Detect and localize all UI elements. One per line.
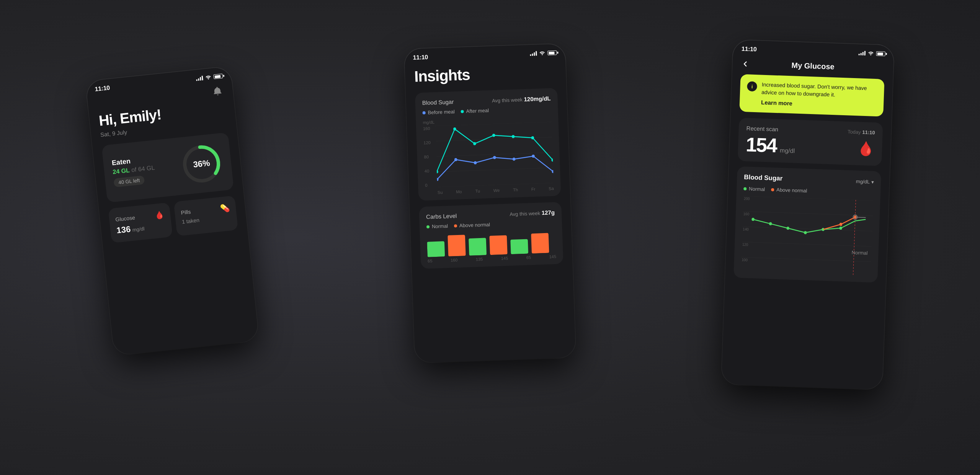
- svg-line-6: [437, 183, 554, 187]
- glucose-chart-area: 200 160 140 120 100: [741, 196, 874, 277]
- carbs-legend-normal: Normal: [426, 223, 448, 229]
- svg-rect-22: [448, 235, 466, 256]
- glucose-chart-card: Blood Sugar mg/dL ▾ Normal Above normal: [733, 166, 881, 282]
- phones-container: 11:10: [69, 27, 911, 448]
- carbs-legend: Normal Above normal: [426, 219, 555, 230]
- svg-rect-26: [531, 233, 549, 253]
- carbs-header: Carbs Level Avg this week 127g: [426, 209, 555, 220]
- circle-progress: 36%: [178, 140, 225, 187]
- blood-sugar-title: Blood Sugar: [422, 98, 454, 106]
- bell-icon[interactable]: [211, 85, 224, 98]
- svg-point-16: [474, 161, 477, 164]
- status-icons-left: [196, 73, 223, 81]
- chevron-down-icon: ▾: [871, 179, 874, 184]
- svg-text:200: 200: [744, 196, 750, 201]
- battery-icon-right: [876, 51, 885, 56]
- chart-header: Blood Sugar Avg this week 120mg/dL: [422, 95, 550, 106]
- chart-svg-area: [435, 122, 554, 187]
- scan-value: 154: [745, 133, 777, 157]
- phone-left: 11:10: [85, 66, 259, 356]
- svg-point-44: [840, 223, 843, 226]
- wifi-icon-left: [205, 74, 211, 80]
- svg-point-19: [532, 154, 535, 157]
- progress-label: 36%: [178, 140, 225, 187]
- carbs-normal-dot: [426, 225, 430, 228]
- blood-drop-icon: 🩸: [154, 210, 165, 220]
- glucose-unit-selector[interactable]: mg/dL ▾: [856, 178, 874, 185]
- signal-bar-1: [196, 79, 197, 81]
- svg-point-12: [531, 136, 534, 139]
- status-bar-center: 11:10: [404, 43, 565, 64]
- wifi-icon-right: [868, 50, 874, 56]
- carbs-title: Carbs Level: [426, 212, 457, 220]
- blood-sugar-avg: Avg this week 120mg/dL: [492, 95, 551, 103]
- scan-value-row: 154 mg/dl 🩸: [745, 134, 875, 159]
- back-button[interactable]: [741, 59, 750, 68]
- eaten-total: of 64 GL: [131, 164, 155, 173]
- svg-line-31: [741, 257, 871, 262]
- signal-bar-c4: [536, 51, 537, 55]
- svg-line-28: [743, 211, 873, 216]
- svg-text:120: 120: [742, 242, 748, 246]
- phone-right: 11:10 My Gl: [721, 39, 894, 389]
- svg-point-11: [512, 135, 515, 138]
- status-time-left: 11:10: [95, 84, 110, 93]
- chart-xaxis: Su Mo Tu We Th Fr Sa: [438, 186, 554, 195]
- chart-yaxis: 160 120 80 40 0: [423, 126, 436, 188]
- legend-after-meal: After meal: [461, 107, 489, 114]
- scan-time: Today 11:10: [848, 129, 875, 135]
- svg-line-30: [742, 242, 872, 246]
- signal-bars-center: [530, 51, 537, 56]
- scan-reading: 154 mg/dl: [745, 134, 795, 156]
- carbs-legend-above: Above normal: [454, 222, 490, 229]
- svg-line-37: [853, 200, 856, 276]
- eaten-info: Eaten 24 GL of 64 GL 40 GL left: [111, 155, 156, 187]
- blood-drop-scan-icon: 🩸: [857, 140, 874, 157]
- battery-fill-left: [214, 75, 220, 78]
- glucose-legend-above: Above normal: [771, 186, 807, 193]
- glucose-chart-header: Blood Sugar mg/dL ▾: [744, 173, 874, 186]
- svg-rect-24: [489, 235, 507, 255]
- svg-point-43: [839, 227, 842, 230]
- svg-point-15: [454, 158, 457, 161]
- glucose-chart-title: Blood Sugar: [744, 173, 783, 183]
- status-time-right: 11:10: [742, 45, 757, 52]
- after-meal-dot: [461, 109, 464, 113]
- scan-label: Recent scan: [746, 125, 778, 132]
- signal-bar-r1: [859, 54, 860, 55]
- signal-bar-3: [200, 77, 201, 80]
- signal-bars-left: [196, 75, 203, 81]
- svg-line-5: [437, 168, 553, 172]
- glucose-card: Glucose 🩸 136 mg/dl: [108, 202, 173, 243]
- carbs-chart-area: [427, 230, 556, 257]
- svg-point-17: [493, 156, 496, 159]
- legend-before-meal: Before meal: [422, 109, 455, 116]
- signal-bar-r4: [864, 51, 866, 55]
- page-title: My Glucose: [791, 61, 835, 71]
- signal-bar-r3: [862, 52, 864, 55]
- glucose-legend: Normal Above normal: [743, 186, 874, 196]
- svg-text:140: 140: [743, 227, 749, 231]
- glucose-normal-dot: [743, 187, 746, 190]
- svg-point-39: [769, 222, 772, 225]
- svg-line-27: [743, 196, 874, 201]
- signal-bar-r2: [861, 53, 862, 55]
- svg-line-29: [742, 227, 872, 231]
- svg-rect-21: [427, 241, 445, 257]
- alert-link[interactable]: Learn more: [761, 98, 877, 110]
- svg-text:100: 100: [742, 257, 748, 262]
- carbs-avg: Avg this week 127g: [510, 209, 555, 217]
- svg-point-41: [804, 231, 807, 234]
- status-icons-right: [859, 50, 885, 56]
- alert-text: Increased blood sugar. Don't worry, we h…: [761, 81, 877, 110]
- eaten-left: 40 GL left: [113, 175, 145, 187]
- battery-icon-left: [213, 73, 223, 79]
- blood-sugar-legend: Before meal After meal: [422, 105, 551, 116]
- svg-text:160: 160: [743, 211, 750, 216]
- scan-card: Recent scan Today 11:10 154 mg/dl 🩸: [738, 118, 883, 166]
- signal-bar-c1: [530, 54, 531, 56]
- blood-sugar-chart-card: Blood Sugar Avg this week 120mg/dL Befor…: [415, 88, 561, 201]
- carbs-above-dot: [454, 224, 457, 227]
- screen-content-center: Insights Blood Sugar Avg this week 120mg…: [405, 62, 573, 269]
- blood-sugar-chart-area: 160 120 80 40 0: [423, 122, 554, 195]
